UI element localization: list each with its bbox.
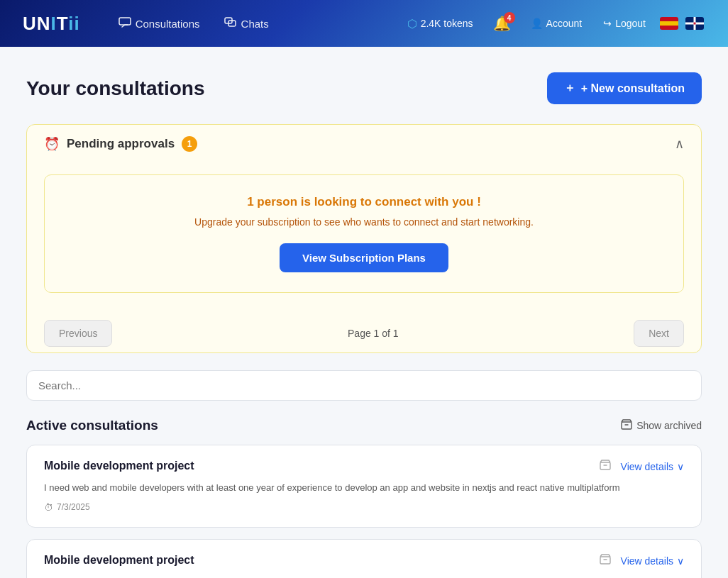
pending-card-description: Upgrade your subscription to see who wan… (62, 216, 666, 228)
new-consultation-label: + New consultation (581, 82, 685, 95)
view-subscription-plans-button[interactable]: View Subscription Plans (280, 243, 448, 272)
svg-rect-3 (622, 422, 632, 429)
pending-card-title: 1 person is looking to connect with you … (62, 195, 666, 209)
svg-rect-5 (600, 557, 610, 564)
consultation-date-1: ⏱ 7/3/2025 (44, 502, 684, 513)
notification-count: 4 (504, 12, 515, 23)
header: UNITii Consultations Chats ⬡ 2.4K tokens… (0, 0, 728, 47)
chevron-up-icon: ∧ (675, 136, 684, 152)
logout-link[interactable]: ↪ Logout (595, 13, 654, 33)
consultation-card-2: Mobile development project View details … (26, 539, 702, 579)
active-consultations-title: Active consultations (26, 418, 158, 433)
flag-english[interactable] (685, 17, 704, 30)
consultation-card: Mobile development project View details … (26, 445, 702, 528)
nav-item-chats[interactable]: Chats (214, 11, 279, 36)
pending-approvals-header[interactable]: ⏰ Pending approvals 1 ∧ (27, 125, 701, 163)
main-content: Your consultations ＋ + New consultation … (9, 47, 719, 578)
page-title: Your consultations (26, 77, 205, 100)
previous-label: Previous (59, 328, 97, 339)
chevron-down-icon: ∨ (677, 461, 684, 472)
logout-label: Logout (615, 18, 646, 29)
consultation-date-value-1: 7/3/2025 (57, 502, 90, 512)
header-right: ⬡ 2.4K tokens 🔔 4 👤 Account ↪ Logout (399, 11, 705, 36)
tokens-icon: ⬡ (407, 17, 417, 30)
chats-icon (224, 17, 237, 30)
consultation-description-1: I need web and mobile developers with at… (44, 481, 684, 495)
archive-icon (621, 419, 632, 433)
card-right-2: View details ∨ (600, 554, 684, 568)
previous-button[interactable]: Previous (44, 320, 112, 347)
date-clock-icon: ⏱ (44, 502, 53, 513)
next-button[interactable]: Next (634, 320, 684, 347)
account-icon: 👤 (531, 18, 543, 29)
consultation-card-header-2: Mobile development project View details … (44, 554, 684, 568)
tokens-badge: ⬡ 2.4K tokens (399, 13, 482, 35)
clock-icon: ⏰ (44, 136, 60, 152)
consultations-icon (118, 17, 131, 30)
svg-rect-0 (119, 18, 131, 25)
plus-icon: ＋ (564, 81, 575, 96)
account-label: Account (546, 18, 583, 29)
consultation-title-2: Mobile development project (44, 554, 194, 567)
archive-card-icon-2 (600, 554, 611, 568)
logo: UNITii (23, 13, 80, 35)
nav-label-chats: Chats (241, 18, 269, 30)
pending-card: 1 person is looking to connect with you … (44, 174, 684, 293)
consultation-title: Mobile development project (44, 460, 194, 472)
logout-icon: ↪ (603, 18, 612, 29)
pending-body: 1 person is looking to connect with you … (27, 163, 701, 310)
page-header: Your consultations ＋ + New consultation (26, 72, 702, 104)
pending-count-badge: 1 (182, 136, 197, 152)
pending-section-title: Pending approvals (67, 137, 175, 151)
new-consultation-button[interactable]: ＋ + New consultation (547, 72, 702, 104)
nav-label-consultations: Consultations (136, 18, 200, 30)
card-right: View details ∨ (600, 460, 684, 474)
page-info: Page 1 of 1 (348, 328, 399, 339)
account-link[interactable]: 👤 Account (522, 13, 591, 33)
pending-approvals-section: ⏰ Pending approvals 1 ∧ 1 person is look… (26, 124, 702, 353)
view-details-label-2: View details (621, 555, 673, 567)
show-archived-label: Show archived (636, 420, 702, 431)
view-details-label-1: View details (621, 461, 673, 472)
view-details-button-1[interactable]: View details ∨ (621, 461, 684, 472)
pending-header-left: ⏰ Pending approvals 1 (44, 136, 197, 152)
view-details-button-2[interactable]: View details ∨ (621, 555, 684, 567)
notification-button[interactable]: 🔔 4 (486, 11, 518, 36)
chevron-down-icon-2: ∨ (677, 555, 684, 567)
show-archived-button[interactable]: Show archived (621, 419, 702, 433)
nav: Consultations Chats (109, 11, 399, 36)
flag-spanish[interactable] (660, 17, 678, 30)
consultation-card-header: Mobile development project View details … (44, 460, 684, 474)
next-label: Next (649, 328, 669, 339)
logo-text: UNITii (23, 13, 80, 35)
section-header: Active consultations Show archived (26, 418, 702, 433)
tokens-value: 2.4K tokens (421, 18, 473, 29)
svg-rect-4 (600, 462, 610, 469)
view-plans-label: View Subscription Plans (302, 252, 426, 264)
search-input[interactable] (26, 370, 702, 401)
nav-item-consultations[interactable]: Consultations (109, 11, 210, 36)
archive-card-icon (600, 460, 611, 474)
pagination: Previous Page 1 of 1 Next (27, 310, 701, 352)
